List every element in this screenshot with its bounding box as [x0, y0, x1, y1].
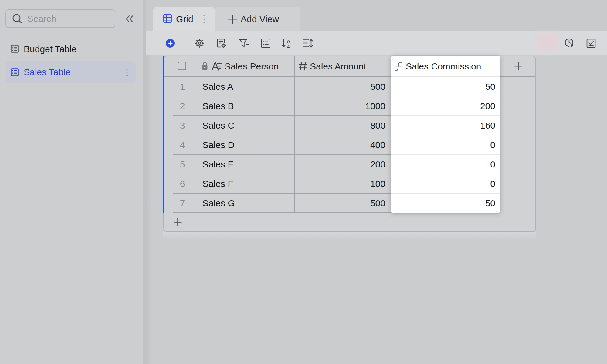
svg-text:Z: Z: [287, 43, 290, 48]
svg-text:A: A: [287, 39, 290, 44]
